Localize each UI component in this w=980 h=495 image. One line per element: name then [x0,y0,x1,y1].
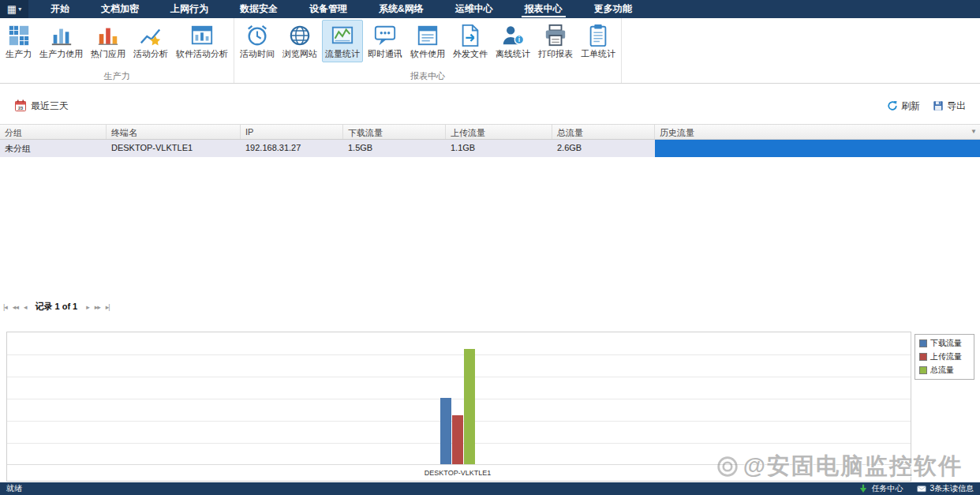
table-cell: 1.1GB [446,140,552,157]
ribbon-button-0-1[interactable]: 生产力使用 [36,20,86,62]
chevron-down-icon: ▾ [18,6,21,13]
ribbon-button-label: 生产力 [6,48,32,60]
chart-bar-下载流量 [440,398,451,464]
table-cell: 1.5GB [343,140,446,157]
task-center-button[interactable]: 任务中心 [858,483,903,494]
menu-item-6[interactable]: 运维中心 [440,0,509,18]
refresh-button[interactable]: 刷新 [887,99,920,113]
menu-item-7[interactable]: 报表中心 [509,0,578,18]
chart-bar-group [440,349,475,464]
app-window: ▦ ▾ 开始文档加密上网行为数据安全设备管理系统&网络运维中心报表中心更多功能 … [0,0,980,495]
unread-messages-label: 3条未读信息 [930,483,974,494]
unread-messages-button[interactable]: 3条未读信息 [917,483,974,494]
table-cell: 2.6GB [552,140,655,157]
print-report-icon [544,24,567,47]
ribbon-button-label: 工单统计 [581,48,615,60]
ribbon-button-1-0[interactable]: 活动时间 [237,20,278,62]
status-ready-label: 就绪 [6,483,22,494]
topbar: ▦ ▾ 开始文档加密上网行为数据安全设备管理系统&网络运维中心报表中心更多功能 [0,0,980,18]
date-range-label: 最近三天 [31,99,69,113]
menu-item-5[interactable]: 系统&网络 [363,0,440,18]
last-page-button[interactable]: ▸| [106,303,110,311]
legend-label: 下载流量 [930,338,962,349]
legend-item: 下载流量 [919,338,970,349]
table-cell: 192.168.31.27 [241,140,343,157]
export-icon [933,100,944,111]
ribbon-button-0-4[interactable]: 软件活动分析 [173,20,231,62]
menu-item-4[interactable]: 设备管理 [294,0,363,18]
column-header-6[interactable]: 历史流量▼ [655,125,980,139]
first-page-button[interactable]: |◂ [3,303,7,311]
ribbon-group-label: 生产力 [2,69,232,83]
ribbon-button-label: 离线统计 [496,48,530,60]
column-header-3[interactable]: 下载流量 [343,125,446,139]
ribbon-button-0-3[interactable]: 活动分析 [130,20,171,62]
ribbon-button-label: 外发文件 [453,48,488,60]
ribbon-button-label: 活动时间 [240,48,275,60]
menu-item-3[interactable]: 数据安全 [224,0,294,18]
ribbon-button-0-2[interactable]: 热门应用 [88,20,129,62]
menu-item-8[interactable]: 更多功能 [578,0,648,18]
column-header-1[interactable]: 终端名 [107,125,241,139]
ribbon-button-1-3[interactable]: 即时通讯 [365,20,406,62]
active-time-icon [245,24,269,47]
task-center-label: 任务中心 [871,483,903,494]
ribbon-button-label: 活动分析 [133,48,168,60]
prev-page-button[interactable]: ◂ [24,303,27,311]
pagination: |◂ ◂◂ ◂ 记录 1 of 1 ▸ ▸▸ ▸| [3,301,110,313]
ribbon-button-1-8[interactable]: 工单统计 [578,20,619,62]
column-header-2[interactable]: IP [241,125,343,139]
column-header-5[interactable]: 总流量 [552,125,655,139]
ribbon-group-label: 报表中心 [236,69,619,83]
next-page-button[interactable]: ▸ [86,303,89,311]
table-header-row: 分组终端名IP下载流量上传流量总流量历史流量▼ [0,124,980,140]
ribbon-button-label: 即时通讯 [368,48,402,60]
chart-legend: 下载流量上传流量总流量 [915,334,974,380]
ribbon-button-1-7[interactable]: 打印报表 [535,20,576,62]
chart-plot [7,332,911,465]
traffic-bar-chart: DESKTOP-VLKTLE1 [6,332,911,482]
ribbon-button-0-0[interactable]: 生产力 [2,20,35,62]
ribbon-button-label: 浏览网站 [282,48,317,60]
refresh-label: 刷新 [901,99,920,113]
record-count-label: 记录 1 of 1 [35,301,77,313]
ribbon-button-label: 热门应用 [91,48,125,60]
fast-prev-button[interactable]: ◂◂ [13,303,18,311]
refresh-icon [887,100,898,111]
offline-stats-icon: i [501,24,525,47]
app-menu-button[interactable]: ▦ ▾ [0,0,28,18]
export-button[interactable]: 导出 [933,99,966,113]
ribbon-button-label: 软件使用 [410,48,445,60]
ribbon-button-1-1[interactable]: 浏览网站 [279,20,320,62]
ribbon-button-label: 生产力使用 [39,48,83,60]
ribbon-button-1-5[interactable]: 外发文件 [450,20,491,62]
export-label: 导出 [947,99,966,113]
activity-analysis-icon [139,24,163,47]
file-out-icon [458,24,482,47]
history-traffic-bar [655,140,980,157]
svg-text:i: i [518,36,520,43]
ribbon-button-1-2[interactable]: 流量统计 [322,20,363,62]
ribbon-button-1-4[interactable]: 软件使用 [407,20,448,62]
browse-web-icon [288,24,312,47]
column-header-4[interactable]: 上传流量 [446,125,552,139]
column-menu-caret-icon[interactable]: ▼ [971,128,977,135]
table-row[interactable]: 未分组DESKTOP-VLKTLE1192.168.31.271.5GB1.1G… [0,140,980,157]
menu-item-0[interactable]: 开始 [35,0,85,18]
status-bar: 就绪 任务中心 3条未读信息 [0,482,980,495]
software-activity-icon [190,24,214,47]
menu-item-2[interactable]: 上网行为 [155,0,224,18]
table-body: 未分组DESKTOP-VLKTLE1192.168.31.271.5GB1.1G… [0,140,980,157]
mail-icon [917,484,926,493]
history-traffic-cell [655,140,980,157]
menu-item-1[interactable]: 文档加密 [85,0,155,18]
ribbon-button-1-6[interactable]: i离线统计 [492,20,533,62]
chart-bar-总流量 [464,349,475,464]
table-cell: DESKTOP-VLKTLE1 [107,140,241,157]
fast-next-button[interactable]: ▸▸ [95,303,100,311]
ribbon-button-label: 打印报表 [538,48,573,60]
date-range-button[interactable]: 23 最近三天 [14,99,69,113]
column-header-0[interactable]: 分组 [0,125,107,139]
productivity-usage-icon [50,24,73,47]
status-right: 任务中心 3条未读信息 [858,483,974,494]
